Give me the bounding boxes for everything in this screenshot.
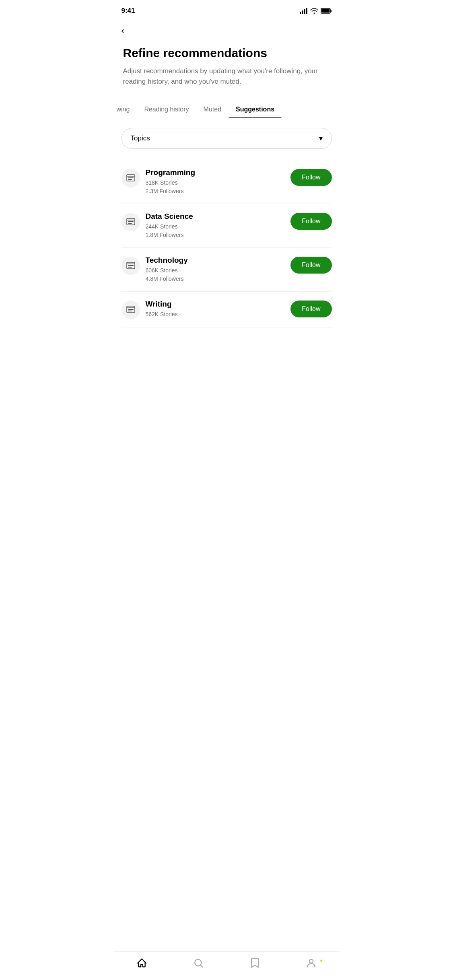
dropdown-label: Topics xyxy=(131,134,150,142)
status-icons xyxy=(300,8,332,14)
svg-rect-2 xyxy=(304,9,305,14)
tab-following[interactable]: wing xyxy=(113,101,137,118)
tab-muted[interactable]: Muted xyxy=(196,101,229,118)
svg-rect-14 xyxy=(128,223,132,224)
page-title: Refine recommendations xyxy=(123,46,330,60)
topic-icon-technology xyxy=(126,261,136,271)
battery-icon xyxy=(321,8,332,14)
topic-icon-data-science xyxy=(126,217,136,227)
back-arrow-icon: ‹ xyxy=(121,26,124,36)
tab-reading-history[interactable]: Reading history xyxy=(137,101,196,118)
svg-rect-17 xyxy=(128,265,134,266)
topic-item-writing: Writing 562K Stories · Follow xyxy=(121,292,332,327)
topic-icon-writing xyxy=(126,305,136,315)
topics-dropdown[interactable]: Topics ▾ xyxy=(121,128,332,149)
topic-icon-wrap-writing xyxy=(121,301,140,319)
follow-button-writing[interactable]: Follow xyxy=(290,301,332,317)
svg-rect-1 xyxy=(302,10,303,14)
topic-item-technology: Technology 606K Stories ·4.8M Followers … xyxy=(121,248,332,292)
svg-rect-0 xyxy=(300,12,301,14)
svg-rect-10 xyxy=(128,179,132,180)
status-time: 9:41 xyxy=(121,7,135,15)
svg-rect-6 xyxy=(321,9,329,13)
tab-suggestions[interactable]: Suggestions xyxy=(229,101,282,118)
topic-meta-writing: 562K Stories · xyxy=(146,310,286,319)
topic-icon-wrap-programming xyxy=(121,169,140,187)
topic-name-writing: Writing xyxy=(146,300,286,309)
topic-name-data-science: Data Science xyxy=(146,212,286,221)
tabs-container: wing Reading history Muted Suggestions xyxy=(113,101,340,118)
topic-icon-programming xyxy=(126,173,136,183)
follow-button-programming[interactable]: Follow xyxy=(290,169,332,186)
svg-rect-21 xyxy=(128,309,134,310)
page-subtitle: Adjust recommendations by updating what … xyxy=(123,66,330,86)
topic-meta-technology: 606K Stories ·4.8M Followers xyxy=(146,266,286,283)
topic-name-technology: Technology xyxy=(146,256,286,265)
topic-meta-programming: 318K Stories ·2.3M Followers xyxy=(146,179,286,196)
topic-icon-wrap-technology xyxy=(121,257,140,275)
svg-rect-5 xyxy=(330,10,332,12)
topic-info-writing: Writing 562K Stories · xyxy=(146,300,286,319)
svg-rect-9 xyxy=(128,177,134,178)
page-header: Refine recommendations Adjust recommenda… xyxy=(113,39,340,95)
topic-item-data-science: Data Science 244K Stories ·1.8M Follower… xyxy=(121,204,332,248)
follow-button-technology[interactable]: Follow xyxy=(290,257,332,274)
chevron-down-icon: ▾ xyxy=(319,134,323,143)
signal-icon xyxy=(300,8,308,14)
svg-rect-22 xyxy=(128,311,132,311)
topic-icon-wrap-data-science xyxy=(121,213,140,231)
follow-button-data-science[interactable]: Follow xyxy=(290,213,332,230)
svg-rect-3 xyxy=(306,8,307,14)
topic-item-programming: Programming 318K Stories ·2.3M Followers… xyxy=(121,160,332,204)
status-bar: 9:41 xyxy=(113,0,340,19)
svg-rect-18 xyxy=(128,267,132,268)
back-button[interactable]: ‹ xyxy=(113,19,340,39)
dropdown-container: Topics ▾ xyxy=(121,128,332,149)
topic-list: Programming 318K Stories ·2.3M Followers… xyxy=(121,160,332,327)
topic-name-programming: Programming xyxy=(146,168,286,177)
topic-info-data-science: Data Science 244K Stories ·1.8M Follower… xyxy=(146,212,286,239)
content-area: Topics ▾ Programming 318K Stories ·2.3M … xyxy=(113,118,340,368)
svg-rect-13 xyxy=(128,221,134,222)
wifi-icon xyxy=(310,8,318,14)
topic-meta-data-science: 244K Stories ·1.8M Followers xyxy=(146,222,286,239)
topic-info-programming: Programming 318K Stories ·2.3M Followers xyxy=(146,168,286,196)
topic-info-technology: Technology 606K Stories ·4.8M Followers xyxy=(146,256,286,283)
